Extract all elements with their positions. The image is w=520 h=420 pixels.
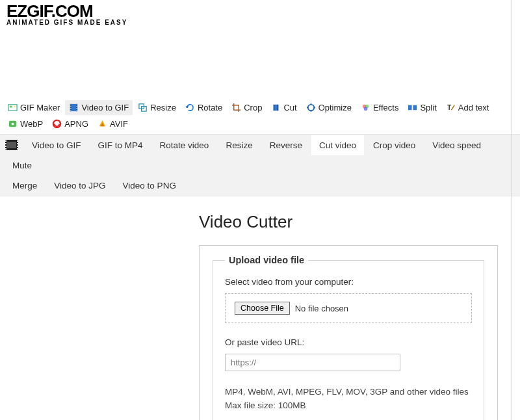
supported-formats-text: MP4, WebM, AVI, MPEG, FLV, MOV, 3GP and … bbox=[225, 386, 472, 412]
svg-text:T: T bbox=[447, 105, 452, 112]
svg-point-2 bbox=[14, 106, 15, 107]
nav-label: AVIF bbox=[110, 119, 128, 129]
svg-rect-30 bbox=[7, 142, 16, 148]
nav-label: Add text bbox=[458, 103, 489, 112]
svg-rect-13 bbox=[77, 111, 78, 111]
nav-apng[interactable]: APNG bbox=[48, 116, 92, 131]
svg-rect-24 bbox=[413, 105, 417, 111]
svg-rect-9 bbox=[70, 111, 72, 111]
nav-crop[interactable]: Crop bbox=[228, 100, 266, 115]
svg-point-27 bbox=[12, 123, 14, 125]
tab-video-to-jpg[interactable]: Video to JPG bbox=[46, 176, 113, 196]
webp-icon bbox=[8, 119, 18, 129]
tab-mute[interactable]: Mute bbox=[5, 155, 40, 176]
svg-rect-35 bbox=[17, 140, 18, 142]
nav-split[interactable]: Split bbox=[404, 100, 440, 115]
nav-resize[interactable]: Resize bbox=[134, 100, 180, 115]
main-content: Video Cutter Upload video file Select vi… bbox=[0, 196, 520, 420]
nav-label: Crop bbox=[244, 103, 262, 112]
nav-webp[interactable]: WebP bbox=[4, 116, 47, 131]
svg-rect-31 bbox=[5, 140, 6, 142]
film-icon bbox=[69, 103, 79, 112]
tab-video-to-png[interactable]: Video to PNG bbox=[115, 176, 184, 196]
choose-file-button[interactable]: Choose File bbox=[235, 302, 290, 315]
gif-maker-icon bbox=[8, 103, 18, 112]
nav-label: WebP bbox=[20, 119, 43, 129]
film-strip-icon bbox=[5, 140, 18, 150]
nav-video-to-gif[interactable]: Video to GIF bbox=[65, 100, 133, 115]
svg-rect-6 bbox=[70, 105, 72, 105]
tab-reverse[interactable]: Reverse bbox=[262, 135, 310, 155]
tab-merge[interactable]: Merge bbox=[5, 176, 45, 196]
svg-rect-38 bbox=[17, 148, 18, 150]
nav-label: GIF Maker bbox=[20, 103, 60, 112]
tab-video-speed[interactable]: Video speed bbox=[424, 135, 489, 155]
nav-cut[interactable]: Cut bbox=[267, 100, 300, 115]
rotate-icon bbox=[185, 103, 195, 112]
tab-cut-video[interactable]: Cut video bbox=[311, 135, 364, 155]
svg-rect-8 bbox=[70, 109, 72, 109]
file-dropzone[interactable]: Choose File No file chosen bbox=[225, 293, 472, 323]
site-logo[interactable]: EZGIF.COM ANIMATED GIFS MADE EASY bbox=[0, 0, 520, 26]
svg-rect-7 bbox=[70, 107, 72, 107]
file-status-text: No file chosen bbox=[295, 304, 348, 313]
nav-optimize[interactable]: Optimize bbox=[302, 100, 356, 115]
max-size-line: Max file size: 100MB bbox=[225, 399, 472, 412]
vertical-divider bbox=[512, 0, 512, 420]
paste-url-label: Or paste video URL: bbox=[225, 337, 472, 347]
nav-gif-maker[interactable]: GIF Maker bbox=[4, 100, 64, 115]
cut-icon bbox=[271, 103, 281, 112]
svg-rect-37 bbox=[17, 146, 18, 147]
svg-point-22 bbox=[364, 107, 368, 111]
nav-effects[interactable]: Effects bbox=[357, 100, 403, 115]
page-title: Video Cutter bbox=[199, 212, 520, 232]
nav-label: APNG bbox=[64, 119, 88, 129]
nav-label: Optimize bbox=[318, 103, 352, 112]
secondary-nav: Video to GIF GIF to MP4 Rotate video Res… bbox=[0, 134, 520, 196]
nav-avif[interactable]: AVIF bbox=[94, 116, 132, 131]
url-input[interactable] bbox=[225, 354, 400, 371]
svg-rect-17 bbox=[274, 105, 274, 111]
tab-video-to-gif[interactable]: Video to GIF bbox=[24, 135, 89, 155]
tab-resize[interactable]: Resize bbox=[218, 135, 260, 155]
nav-label: Split bbox=[420, 103, 436, 112]
effects-icon bbox=[361, 103, 370, 112]
nav-rotate[interactable]: Rotate bbox=[181, 100, 226, 115]
optimize-icon bbox=[306, 103, 316, 112]
formats-line: MP4, WebM, AVI, MPEG, FLV, MOV, 3GP and … bbox=[225, 386, 472, 399]
svg-rect-12 bbox=[77, 109, 78, 109]
tab-gif-to-mp4[interactable]: GIF to MP4 bbox=[90, 135, 151, 155]
nav-add-text[interactable]: T Add text bbox=[442, 100, 493, 115]
nav-label: Video to GIF bbox=[81, 103, 129, 112]
select-file-label: Select video from your computer: bbox=[225, 277, 472, 287]
apng-icon bbox=[52, 119, 62, 129]
svg-rect-1 bbox=[10, 106, 12, 108]
svg-rect-34 bbox=[5, 148, 6, 150]
fieldset-legend: Upload video file bbox=[225, 255, 308, 265]
nav-label: Cut bbox=[283, 103, 296, 112]
svg-rect-33 bbox=[5, 146, 6, 147]
crop-icon bbox=[231, 103, 241, 112]
svg-rect-32 bbox=[5, 143, 6, 144]
tab-rotate-video[interactable]: Rotate video bbox=[152, 135, 217, 155]
upload-fieldset: Upload video file Select video from your… bbox=[213, 255, 484, 420]
svg-rect-11 bbox=[77, 107, 78, 107]
tab-crop-video[interactable]: Crop video bbox=[365, 135, 423, 155]
svg-rect-23 bbox=[408, 105, 412, 111]
avif-icon bbox=[98, 119, 107, 129]
svg-rect-10 bbox=[77, 105, 78, 105]
logo-main-text: EZGIF.COM bbox=[6, 4, 514, 19]
text-icon: T bbox=[446, 103, 456, 112]
nav-label: Rotate bbox=[198, 103, 222, 112]
svg-point-19 bbox=[307, 105, 313, 111]
svg-rect-18 bbox=[278, 105, 278, 111]
upload-panel: Upload video file Select video from your… bbox=[199, 245, 498, 420]
resize-icon bbox=[138, 103, 148, 112]
svg-rect-36 bbox=[17, 143, 18, 144]
logo-sub-text: ANIMATED GIFS MADE EASY bbox=[6, 19, 514, 26]
nav-label: Resize bbox=[150, 103, 176, 112]
nav-label: Effects bbox=[373, 103, 399, 112]
primary-nav: GIF Maker Video to GIF Resize Rotate Cro… bbox=[0, 98, 520, 134]
split-icon bbox=[408, 103, 417, 112]
